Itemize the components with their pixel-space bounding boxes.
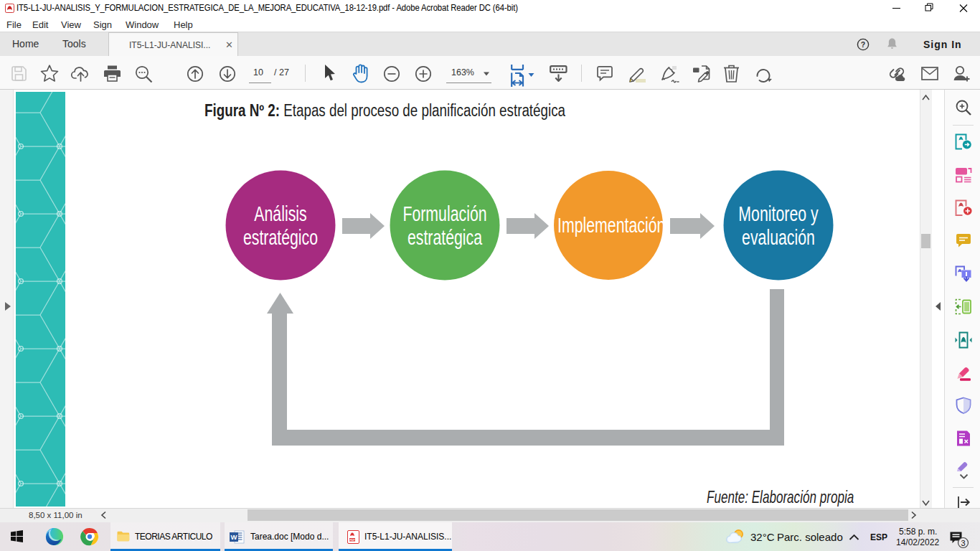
svg-text:W: W <box>231 533 237 541</box>
svg-text:3: 3 <box>961 539 965 547</box>
svg-text:PDF: PDF <box>349 539 355 542</box>
svg-text:?: ? <box>861 40 865 49</box>
